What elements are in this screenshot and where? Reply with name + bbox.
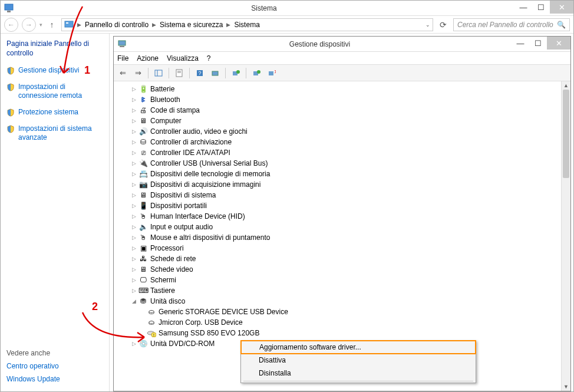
expand-icon[interactable]: ▷ bbox=[130, 256, 137, 262]
outer-titlebar: Sistema — ☐ ✕ bbox=[1, 1, 573, 16]
tree-category[interactable]: ▷⎚Controller IDE ATA/ATAPI bbox=[118, 147, 570, 158]
tree-category[interactable]: ▷🖥Dispositivi di sistema bbox=[118, 190, 570, 200]
see-also-link[interactable]: Centro operativo bbox=[6, 362, 105, 370]
tree-label: Dispositivi portatili bbox=[150, 202, 207, 210]
collapse-icon[interactable]: ◢ bbox=[130, 298, 137, 304]
expand-icon[interactable]: ▷ bbox=[130, 213, 137, 219]
expand-icon[interactable]: ▷ bbox=[130, 129, 137, 134]
scroll-down-icon[interactable]: ▼ bbox=[562, 383, 570, 391]
back-button[interactable]: ← bbox=[4, 18, 18, 32]
breadcrumb-bar[interactable]: ▶ Pannello di controllo ▶ Sistema e sicu… bbox=[61, 18, 433, 31]
tree-category[interactable]: ▷🖧Schede di rete bbox=[118, 253, 570, 264]
tree-category[interactable]: ▷🖱Mouse e altri dispositivi di puntament… bbox=[118, 232, 570, 243]
tree-device[interactable]: ⛀Jmicron Corp. USB Device bbox=[118, 317, 570, 328]
tree-label: Code di stampa bbox=[150, 106, 200, 114]
tree-category[interactable]: ▷▣Processori bbox=[118, 243, 570, 253]
toolbar-uninstall-button[interactable] bbox=[250, 67, 263, 80]
tree-category[interactable]: ▷🖨Code di stampa bbox=[118, 105, 570, 116]
expand-icon[interactable]: ▷ bbox=[130, 192, 137, 198]
tree-device-selected[interactable]: !Samsung SSD 850 EVO 120GB bbox=[118, 328, 570, 338]
portable-icon: 📱 bbox=[138, 201, 148, 210]
toolbar-forward-button[interactable]: ⇒ bbox=[131, 67, 144, 80]
toolbar-back-button[interactable]: ⇐ bbox=[116, 67, 129, 80]
close-button[interactable]: ✕ bbox=[550, 1, 573, 14]
expand-icon[interactable]: ▷ bbox=[130, 235, 137, 241]
menu-action[interactable]: Azione bbox=[137, 54, 159, 62]
toolbar-scan-button[interactable] bbox=[209, 67, 222, 80]
toolbar-update-driver-button[interactable] bbox=[229, 67, 242, 80]
history-dropdown-icon[interactable]: ▾ bbox=[39, 22, 42, 28]
breadcrumb-item[interactable]: Sistema e sicurezza bbox=[160, 21, 223, 29]
sidebar-link-advanced[interactable]: Impostazioni di sistema avanzate bbox=[6, 124, 105, 143]
menu-help[interactable]: ? bbox=[207, 54, 211, 62]
expand-icon[interactable]: ▷ bbox=[130, 203, 137, 209]
toolbar-help-button[interactable]: ? bbox=[193, 67, 206, 80]
left-sidebar: Pagina iniziale Pannello di controllo Ge… bbox=[1, 34, 110, 391]
expand-icon[interactable]: ▷ bbox=[130, 150, 137, 156]
tree-category[interactable]: ▷🖥Computer bbox=[118, 116, 570, 126]
toolbar-properties-button[interactable] bbox=[173, 67, 186, 80]
context-menu-update-driver[interactable]: Aggiornamento software driver... bbox=[240, 340, 476, 354]
menu-view[interactable]: Visualizza bbox=[167, 54, 199, 62]
expand-icon[interactable]: ▷ bbox=[130, 97, 137, 103]
expand-icon[interactable]: ▷ bbox=[130, 171, 137, 177]
expand-icon[interactable]: ▷ bbox=[130, 288, 137, 294]
expand-icon[interactable]: ▷ bbox=[130, 118, 137, 124]
inner-close-button[interactable]: ✕ bbox=[547, 37, 570, 50]
tree-category[interactable]: ▷🖵Schermi bbox=[118, 275, 570, 285]
search-input[interactable]: Cerca nel Pannello di controllo 🔍 bbox=[453, 18, 570, 31]
context-menu-disable[interactable]: Disattiva bbox=[241, 354, 476, 367]
tree-label: Controller audio, video e giochi bbox=[150, 127, 248, 136]
refresh-button[interactable]: ⟳ bbox=[437, 18, 450, 31]
up-button[interactable]: ↑ bbox=[46, 19, 58, 31]
svg-rect-6 bbox=[155, 70, 162, 76]
tree-category-expanded[interactable]: ◢⛃Unità disco bbox=[118, 296, 570, 307]
expand-icon[interactable]: ▷ bbox=[130, 277, 137, 283]
forward-button[interactable]: → bbox=[22, 18, 36, 32]
expand-icon[interactable]: ▷ bbox=[130, 107, 137, 113]
sistema-window: Sistema — ☐ ✕ ← → ▾ ↑ ▶ Pannello di cont… bbox=[0, 0, 574, 392]
breadcrumb-item[interactable]: Sistema bbox=[234, 21, 259, 29]
expand-icon[interactable]: ▷ bbox=[130, 224, 137, 230]
inner-maximize-button[interactable]: ☐ bbox=[529, 37, 547, 50]
maximize-button[interactable]: ☐ bbox=[532, 1, 550, 14]
expand-icon[interactable]: ▷ bbox=[130, 139, 137, 145]
expand-icon[interactable]: ▷ bbox=[130, 341, 137, 347]
minimize-button[interactable]: — bbox=[514, 1, 532, 14]
tree-category[interactable]: ▷Bluetooth bbox=[118, 94, 570, 105]
toolbar-show-hide-button[interactable] bbox=[152, 67, 165, 80]
tree-device[interactable]: ⛀Generic STORAGE DEVICE USB Device bbox=[118, 307, 570, 317]
tree-category[interactable]: ▷🔋Batterie bbox=[118, 84, 570, 94]
system-icon: 🖥 bbox=[138, 190, 148, 200]
tree-category[interactable]: ▷📱Dispositivi portatili bbox=[118, 200, 570, 211]
expand-icon[interactable]: ▷ bbox=[130, 160, 137, 166]
see-also-link[interactable]: Windows Update bbox=[6, 375, 105, 383]
expand-icon[interactable]: ▷ bbox=[130, 182, 137, 187]
tree-category[interactable]: ▷📇Dispositivi delle tecnologie di memori… bbox=[118, 169, 570, 179]
tree-category[interactable]: ▷📷Dispositivi di acquisizione immagini bbox=[118, 179, 570, 190]
breadcrumb-item[interactable]: Pannello di controllo bbox=[85, 21, 149, 29]
context-menu-uninstall[interactable]: Disinstalla bbox=[241, 367, 476, 380]
tree-category[interactable]: ▷⛁Controller di archiviazione bbox=[118, 137, 570, 147]
tree-category[interactable]: ▷🔊Controller audio, video e giochi bbox=[118, 126, 570, 137]
tree-category[interactable]: ▷🔌Controller USB (Universal Serial Bus) bbox=[118, 158, 570, 169]
breadcrumb-dropdown-icon[interactable]: ⌄ bbox=[423, 22, 430, 28]
menu-file[interactable]: File bbox=[117, 54, 128, 62]
expand-icon[interactable]: ▷ bbox=[130, 245, 137, 251]
tree-category[interactable]: ▷🖱Human Interface Device (HID) bbox=[118, 211, 570, 222]
expand-icon[interactable]: ▷ bbox=[130, 86, 137, 92]
inner-minimize-button[interactable]: — bbox=[512, 37, 529, 50]
expand-icon[interactable]: ▷ bbox=[130, 266, 137, 272]
sidebar-link-remote[interactable]: Impostazioni di connessione remota bbox=[6, 83, 105, 101]
tree-category[interactable]: ▷⌨Tastiere bbox=[118, 285, 570, 296]
sidebar-heading[interactable]: Pagina iniziale Pannello di controllo bbox=[6, 39, 105, 58]
tree-category[interactable]: ▷🔈Input e output audio bbox=[118, 222, 570, 232]
scroll-up-icon[interactable]: ▲ bbox=[562, 81, 570, 90]
tree-category[interactable]: ▷🖥Schede video bbox=[118, 264, 570, 275]
scroll-thumb[interactable] bbox=[563, 90, 569, 178]
tree-scrollbar[interactable]: ▲ ▼ bbox=[561, 81, 570, 391]
svg-rect-4 bbox=[118, 41, 126, 45]
sidebar-link-protection[interactable]: Protezione sistema bbox=[6, 108, 105, 117]
toolbar-disable-button[interactable]: ✕ bbox=[265, 67, 278, 80]
sidebar-link-device-manager[interactable]: Gestione dispositivi bbox=[6, 66, 105, 75]
